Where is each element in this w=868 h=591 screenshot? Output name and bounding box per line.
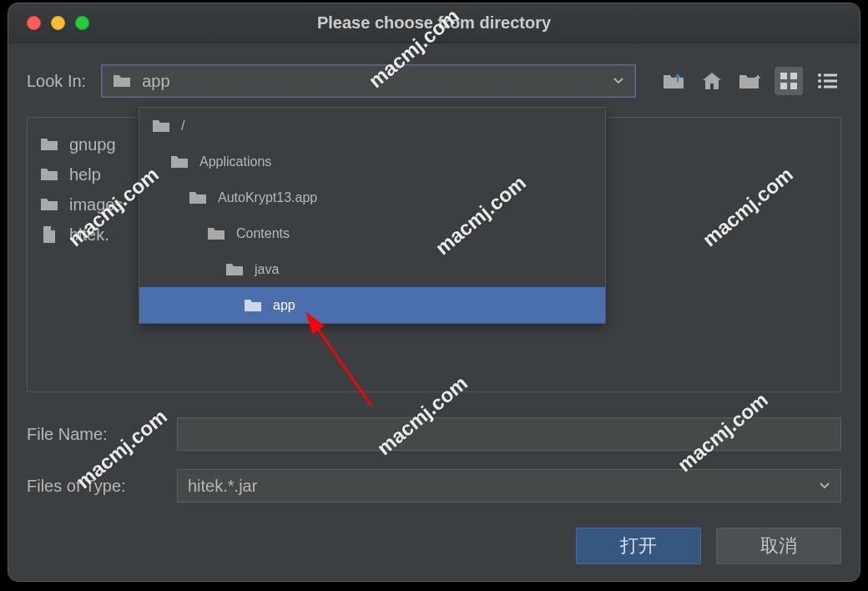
filename-row: File Name: (27, 416, 841, 452)
dropdown-item-label: Applications (199, 154, 271, 169)
folder-icon (188, 189, 208, 206)
home-button[interactable] (698, 67, 726, 95)
lookin-value: app (142, 72, 169, 91)
dropdown-item-contents[interactable]: Contents (139, 215, 605, 251)
svg-rect-7 (824, 80, 837, 83)
dropdown-item-java[interactable]: java (139, 251, 605, 287)
file-name: help (69, 165, 101, 184)
folder-icon (169, 154, 189, 170)
window-controls (8, 16, 89, 30)
lookin-dropdown-menu[interactable]: / Applications AutoKrypt13.app Contents … (139, 107, 606, 324)
cancel-button-label: 取消 (760, 533, 797, 558)
icon-view-button[interactable] (775, 67, 803, 95)
file-icon (39, 226, 59, 243)
lookin-row: Look In: app (27, 62, 841, 100)
folder-icon (39, 166, 59, 183)
dropdown-item-label: Contents (236, 226, 290, 241)
titlebar: Please choose from directory (8, 3, 860, 43)
chevron-down-icon (612, 74, 625, 88)
cancel-button[interactable]: 取消 (716, 528, 841, 564)
svg-rect-3 (790, 83, 797, 89)
lookin-label: Look In: (27, 72, 86, 91)
svg-rect-5 (824, 74, 837, 77)
open-button[interactable]: 打开 (576, 528, 701, 564)
file-chooser-window: Please choose from directory Look In: ap… (8, 3, 860, 581)
svg-rect-0 (780, 73, 787, 79)
button-row: 打开 取消 (27, 528, 841, 564)
filetype-value: hitek.*.jar (188, 477, 257, 496)
svg-point-8 (818, 85, 821, 88)
file-name: gnupg (69, 135, 116, 154)
dropdown-item-label: / (181, 119, 184, 134)
dropdown-item-label: app (273, 298, 295, 313)
toolbar (659, 67, 841, 95)
dropdown-item-label: java (255, 262, 279, 277)
folder-icon (151, 118, 171, 134)
filename-label: File Name: (27, 425, 160, 444)
folder-icon (39, 196, 59, 213)
file-name: images (69, 195, 123, 215)
folder-icon (112, 73, 132, 89)
folder-icon (243, 297, 263, 314)
filetype-dropdown[interactable]: hitek.*.jar (177, 469, 841, 503)
close-window-button[interactable] (27, 16, 41, 30)
new-folder-button[interactable] (736, 67, 765, 95)
list-view-button[interactable] (813, 67, 841, 95)
up-one-level-button[interactable] (659, 67, 688, 95)
svg-point-4 (818, 73, 821, 77)
filetype-label: Files of Type: (27, 477, 160, 496)
svg-rect-1 (790, 73, 797, 79)
svg-rect-2 (780, 83, 787, 89)
dropdown-item-app[interactable]: app (139, 287, 605, 323)
dropdown-item-root[interactable]: / (139, 108, 605, 144)
dropdown-item-applications[interactable]: Applications (139, 144, 605, 179)
svg-point-6 (818, 79, 821, 83)
filename-input[interactable] (177, 417, 841, 451)
folder-icon (39, 136, 59, 153)
lookin-dropdown[interactable]: app (101, 64, 636, 98)
maximize-window-button[interactable] (75, 16, 89, 30)
open-button-label: 打开 (620, 533, 657, 558)
chevron-down-icon (819, 480, 830, 492)
file-name: hitek. (69, 225, 109, 245)
minimize-window-button[interactable] (51, 16, 65, 30)
window-title: Please choose from directory (8, 13, 860, 33)
dropdown-item-autokrypt[interactable]: AutoKrypt13.app (139, 179, 605, 215)
svg-rect-9 (824, 86, 837, 88)
filetype-row: Files of Type: hitek.*.jar (27, 467, 841, 504)
folder-icon (225, 261, 245, 278)
folder-icon (206, 225, 226, 242)
dropdown-item-label: AutoKrypt13.app (218, 190, 317, 205)
